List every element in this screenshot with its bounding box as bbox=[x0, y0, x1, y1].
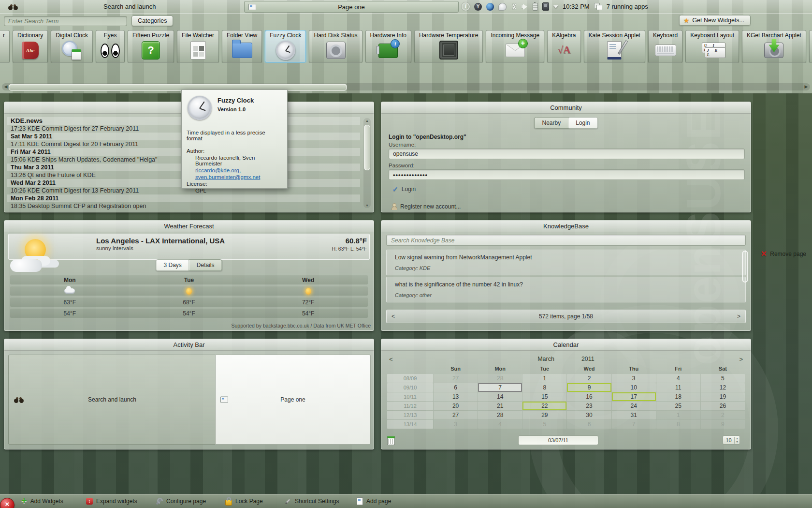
widget-card[interactable]: KAlgebra bbox=[547, 30, 580, 63]
activity-search-and-launch[interactable]: Search and launch bbox=[8, 355, 216, 445]
calendar-cell[interactable]: 28 bbox=[478, 374, 522, 383]
categories-button[interactable]: Categories bbox=[131, 15, 173, 26]
widget-card[interactable]: r bbox=[0, 30, 10, 63]
calendar-cell[interactable]: 5 bbox=[701, 374, 745, 383]
get-new-widgets-button[interactable]: Get New Widgets... bbox=[679, 15, 751, 26]
calendar-cell[interactable]: 16 bbox=[567, 392, 611, 401]
scissors-clipboard-icon[interactable] bbox=[511, 3, 517, 10]
calendar-cell[interactable]: 21 bbox=[478, 402, 522, 410]
knowledgebase-item[interactable]: Low signal warning from NetworkManagemen… bbox=[386, 250, 746, 275]
calendar-cell[interactable]: 29 bbox=[522, 411, 566, 419]
widget-card[interactable]: Folder View bbox=[222, 30, 262, 63]
widget-card[interactable]: Fuzzy Clock bbox=[265, 30, 306, 63]
widget-card[interactable]: Digital Clock bbox=[51, 30, 93, 63]
knowledgebase-item[interactable]: what is the significance of the number 4… bbox=[386, 277, 746, 302]
calendar-cell[interactable]: 1 bbox=[656, 411, 700, 419]
calendar-cell[interactable]: 31 bbox=[612, 411, 656, 419]
news-scrollbar[interactable] bbox=[363, 118, 371, 208]
activity-page-one[interactable]: Page one bbox=[215, 355, 371, 445]
tab-login[interactable]: Login bbox=[568, 118, 597, 128]
y-badge-icon[interactable] bbox=[474, 3, 482, 11]
widget-card[interactable]: Dictionary bbox=[13, 30, 48, 63]
widget-card[interactable]: Hardware Temperature bbox=[414, 30, 483, 63]
page-tab[interactable]: Page one bbox=[244, 1, 459, 13]
register-link[interactable]: Register new account... bbox=[391, 203, 461, 210]
author-email-link[interactable]: sven.burmeister@gmx.net bbox=[195, 174, 282, 180]
scroll-left-icon[interactable] bbox=[3, 84, 9, 90]
username-field[interactable] bbox=[389, 149, 745, 159]
calendar-cell[interactable]: 1 bbox=[522, 374, 566, 383]
globe-network-icon[interactable] bbox=[486, 3, 494, 11]
info-icon[interactable] bbox=[462, 2, 470, 11]
calendar-cell[interactable]: 5 bbox=[522, 420, 566, 429]
widget-card[interactable]: Keyboard Layout bbox=[685, 30, 739, 63]
search-input[interactable] bbox=[4, 16, 127, 26]
pager-prev[interactable]: < bbox=[392, 313, 395, 320]
knowledgebase-scrollbar[interactable] bbox=[742, 251, 748, 322]
close-corner-button[interactable] bbox=[0, 498, 14, 508]
calendar-cell[interactable]: 27 bbox=[434, 411, 478, 419]
scrollbar-thumb[interactable] bbox=[9, 84, 347, 91]
battery-icon[interactable] bbox=[533, 3, 538, 11]
calendar-cell[interactable]: 14 bbox=[478, 392, 522, 401]
calendar-cell[interactable]: 9 bbox=[567, 383, 611, 392]
calendar-cell[interactable]: 15 bbox=[522, 392, 566, 401]
calendar-cell[interactable]: 28 bbox=[478, 411, 522, 419]
device-notifier-icon[interactable] bbox=[542, 2, 549, 11]
calendar-cell[interactable]: 25 bbox=[656, 402, 700, 410]
calendar-cell[interactable]: 7 bbox=[478, 383, 522, 392]
author-email-link[interactable]: riccardo@kde.org, bbox=[195, 167, 282, 173]
weather-credit[interactable]: Supported by backstage.bbc.co.uk / Data … bbox=[232, 323, 371, 329]
toolbar-button[interactable]: Expand widgets bbox=[86, 494, 137, 508]
chevron-down-icon[interactable] bbox=[553, 5, 558, 8]
pager-next[interactable]: > bbox=[737, 313, 740, 320]
calendar-cell[interactable]: 30 bbox=[567, 411, 611, 419]
calendar-cell[interactable]: 27 bbox=[434, 374, 478, 383]
calendar-cell[interactable]: 6 bbox=[567, 420, 611, 429]
calendar-cell[interactable]: 4 bbox=[478, 420, 522, 429]
calendar-cell[interactable]: 3 bbox=[434, 420, 478, 429]
toolbar-button[interactable]: Lock Page bbox=[225, 494, 263, 508]
spinner-up-icon[interactable] bbox=[735, 437, 740, 440]
widget-card[interactable]: Fifteen Puzzle bbox=[128, 30, 174, 63]
clock[interactable]: 10:32 PM bbox=[563, 3, 590, 10]
calendar-cell[interactable]: 2 bbox=[701, 411, 745, 419]
mini-calendar-icon[interactable] bbox=[387, 436, 395, 445]
week-spinner[interactable]: 10 bbox=[723, 435, 740, 445]
calendar-cell[interactable]: 8 bbox=[522, 383, 566, 392]
spinner-down-icon[interactable] bbox=[735, 440, 740, 444]
calendar-date-input[interactable] bbox=[518, 435, 598, 445]
chat-bubble-icon[interactable] bbox=[498, 3, 507, 11]
calendar-cell[interactable]: 12 bbox=[701, 383, 745, 392]
tab-nearby[interactable]: Nearby bbox=[535, 118, 568, 128]
widget-card[interactable]: File Watcher bbox=[177, 30, 219, 63]
calendar-cell[interactable]: 19 bbox=[701, 392, 745, 401]
widget-card[interactable]: Kate Session Applet bbox=[584, 30, 645, 63]
toolbar-button[interactable]: Add Widgets bbox=[21, 494, 63, 508]
password-field[interactable] bbox=[389, 169, 745, 180]
running-apps-label[interactable]: 7 running apps bbox=[607, 3, 648, 10]
login-button[interactable]: Login bbox=[392, 185, 416, 193]
widget-list-scrollbar[interactable] bbox=[2, 83, 810, 90]
widget-card[interactable]: Hard Disk Status bbox=[309, 30, 362, 63]
toolbar-button[interactable]: Configure page bbox=[156, 494, 206, 508]
calendar-cell[interactable]: 6 bbox=[434, 383, 478, 392]
tab-details[interactable]: Details bbox=[189, 260, 222, 270]
widget-card[interactable]: Hardware Info bbox=[365, 30, 411, 63]
calendar-cell[interactable]: 4 bbox=[656, 374, 700, 383]
calendar-year[interactable]: 2011 bbox=[581, 356, 594, 362]
calendar-cell[interactable]: 3 bbox=[612, 374, 656, 383]
remove-page-button[interactable]: Remove page bbox=[761, 0, 806, 508]
calendar-cell[interactable]: 9 bbox=[701, 420, 745, 429]
calendar-next[interactable]: > bbox=[739, 356, 743, 363]
widget-card[interactable]: Incoming Message bbox=[486, 30, 544, 63]
calendar-cell[interactable]: 8 bbox=[656, 420, 700, 429]
knowledgebase-search-input[interactable] bbox=[386, 235, 746, 246]
scrollbar-thumb[interactable] bbox=[364, 125, 370, 170]
volume-icon[interactable] bbox=[522, 3, 528, 10]
calendar-cell[interactable]: 10 bbox=[612, 383, 656, 392]
calendar-cell[interactable]: 18 bbox=[656, 392, 700, 401]
calendar-cell[interactable]: 22 bbox=[522, 402, 566, 410]
calendar-cell[interactable]: 26 bbox=[701, 402, 745, 410]
widget-card[interactable]: Keyboard bbox=[648, 30, 682, 63]
